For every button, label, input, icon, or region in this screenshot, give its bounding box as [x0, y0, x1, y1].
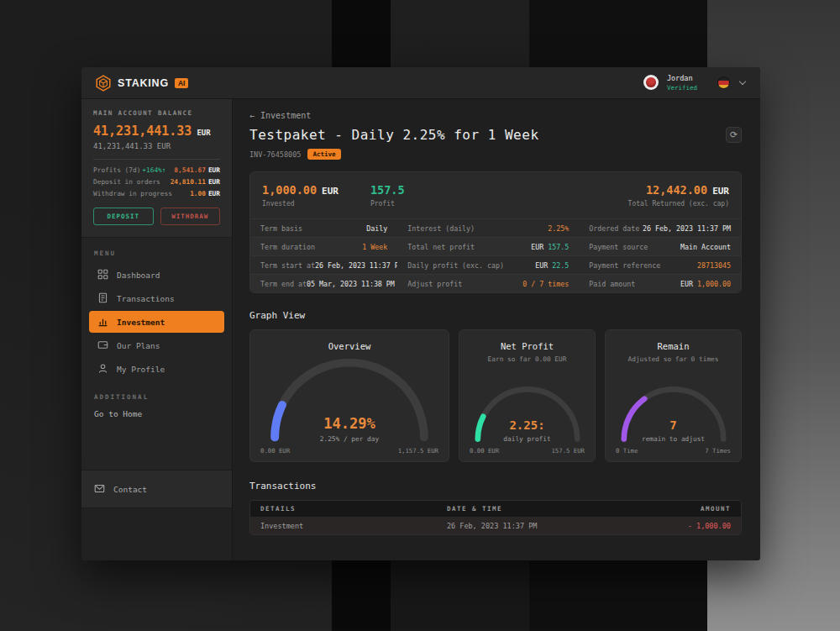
details-table: Term basisDailyInterest (daily)2.25%Orde…	[250, 218, 741, 292]
desktop-background: STAKING AI Jordan Verified MAIN ACCOUNT …	[0, 0, 840, 631]
column-date-time: DATE & TIME	[437, 505, 643, 513]
transaction-row[interactable]: Investment 26 Feb, 2023 11:37 PM - 1,000…	[250, 517, 741, 534]
detail-cell: Total net profitEUR 157.5	[397, 238, 579, 255]
sidebar-item-our-plans[interactable]: Our Plans	[89, 334, 224, 356]
brand-ai-badge: AI	[175, 78, 189, 88]
profit-label: Profit	[370, 200, 405, 208]
gauge-center: 2.25: daily profit	[470, 418, 585, 443]
gauge-title: Overview	[328, 341, 371, 351]
detail-value-plain: Main Account	[680, 243, 731, 251]
main-content: ← Investment Testpaket - Daily 2.25% for…	[233, 99, 760, 560]
detail-row: Term duration1 WeekTotal net profitEUR 1…	[250, 237, 741, 255]
language-flag-germany-icon[interactable]	[717, 76, 730, 89]
detail-row: Term basisDailyInterest (daily)2.25%Orde…	[250, 218, 741, 237]
detail-value-accent: 157.5	[548, 243, 569, 251]
back-arrow-icon: ←	[249, 111, 255, 120]
stat-profits-7d: Profits (7d) +164%↑ 8,541.67 EUR	[93, 166, 220, 174]
sidebar-item-transactions[interactable]: Transactions	[89, 287, 224, 309]
gauge: 7 remain to adjust	[616, 386, 731, 443]
sidebar-item-investment[interactable]: Investment	[89, 311, 224, 333]
header-right: Jordan Verified	[643, 74, 747, 91]
column-amount: AMOUNT	[643, 505, 741, 513]
detail-value: EUR 157.5	[531, 243, 569, 251]
avatar-image	[646, 77, 656, 87]
invested-block: 1,000.00 EUR Invested	[262, 183, 339, 208]
deposit-button[interactable]: DEPOSIT	[93, 208, 154, 225]
gauge-card-net-profit: Net Profit Earn so far 0.00 EUR 2.25: da…	[459, 329, 596, 462]
detail-value-plain: EUR	[680, 280, 697, 288]
withdraw-button[interactable]: WITHDRAW	[160, 208, 221, 225]
detail-value-accent: 1 Week	[362, 243, 387, 251]
sidebar: MAIN ACCOUNT BALANCE 41,231,441.33 EUR 4…	[81, 99, 233, 560]
gauge: 2.25: daily profit	[470, 386, 585, 443]
detail-row: Term start at26 Feb, 2023 11:37 PMDaily …	[250, 255, 741, 274]
sidebar-item-my-profile[interactable]: My Profile	[89, 358, 224, 380]
title-row: Testpaket - Daily 2.25% for 1 Week ⟳	[249, 127, 742, 143]
balance-currency: EUR	[197, 129, 210, 137]
breadcrumb[interactable]: ← Investment	[249, 111, 311, 120]
transaction-details: Investment	[250, 522, 437, 530]
gauge-range: 0.00 EUR 157.5 EUR	[470, 447, 585, 455]
detail-value: 05 Mar, 2023 11:38 PM	[307, 280, 395, 288]
detail-cell: Payment sourceMain Account	[579, 238, 741, 255]
sidebar-item-dashboard[interactable]: Dashboard	[89, 264, 224, 286]
contact-link[interactable]: Contact	[81, 470, 232, 508]
avatar[interactable]	[643, 75, 659, 90]
invested-value: 1,000.00	[262, 183, 317, 197]
detail-value: 26 Feb, 2023 11:37 PM	[643, 224, 731, 233]
investment-summary-card: 1,000.00 EUR Invested 157.5 Profit 12,44…	[249, 171, 742, 293]
detail-label: Term start at	[260, 261, 315, 270]
returned-value: 12,442.00	[646, 183, 707, 197]
detail-cell: Daily profit (exc. cap)EUR 22.5	[397, 256, 579, 274]
profit-block: 157.5 Profit	[370, 183, 405, 208]
detail-label: Term end at	[260, 280, 307, 288]
profit-delta: +164%↑	[142, 166, 165, 174]
brand-logo[interactable]: STAKING AI	[95, 75, 188, 92]
gauge-max: 157.5 EUR	[551, 447, 585, 455]
detail-value: 26 Feb, 2023 11:37 PM	[315, 261, 397, 270]
refresh-button[interactable]: ⟳	[726, 127, 742, 143]
gauge-title: Remain	[658, 341, 690, 351]
user-info[interactable]: Jordan Verified	[667, 74, 697, 91]
gauge-min: 0 Time	[616, 447, 638, 455]
detail-label: Term basis	[260, 224, 302, 233]
detail-value-accent: 22.5	[552, 261, 569, 270]
contact-label: Contact	[113, 485, 147, 494]
balance-value-row: 41,231,441.33 EUR	[93, 124, 220, 139]
balance-panel: MAIN ACCOUNT BALANCE 41,231,441.33 EUR 4…	[81, 99, 232, 238]
sidebar-filler	[81, 508, 232, 560]
transactions-table: DETAILS DATE & TIME AMOUNT Investment 26…	[249, 500, 742, 535]
bar-chart-icon	[97, 316, 108, 329]
detail-label: Total net profit	[407, 243, 475, 251]
invested-currency: EUR	[322, 186, 339, 197]
gauge-value-sub: daily profit	[470, 435, 585, 443]
receipt-icon	[97, 292, 108, 305]
gauge-card-remain: Remain Adjusted so far 0 times 7 remain …	[605, 329, 742, 462]
envelope-icon	[94, 483, 105, 496]
column-details: DETAILS	[250, 505, 437, 513]
detail-cell: Ordered date26 Feb, 2023 11:37 PM	[579, 219, 741, 237]
stat-currency: EUR	[208, 178, 220, 186]
total-returned-block: 12,442.00 EUR Total Returned (exc. cap)	[628, 183, 729, 208]
refresh-icon: ⟳	[730, 129, 738, 140]
stat-value: 1.00	[190, 190, 206, 197]
detail-cell: Interest (daily)2.25%	[397, 219, 579, 237]
detail-cell: Paid amountEUR 1,000.00	[579, 275, 741, 292]
balance-amount: 41,231,441.33	[93, 124, 192, 139]
chevron-down-icon[interactable]	[739, 78, 746, 85]
gauge-title: Net Profit	[501, 341, 554, 351]
detail-row: Term end at05 Mar, 2023 11:38 PMAdjust p…	[250, 274, 741, 292]
additional-section: ADDITIONAL Go to Home	[81, 393, 232, 418]
stat-value: 24,810.11	[171, 178, 206, 186]
stat-currency: EUR	[208, 166, 220, 174]
wallet-icon	[97, 339, 108, 352]
invested-label: Invested	[262, 200, 339, 208]
hexagon-logo-icon	[95, 75, 112, 92]
go-to-home-link[interactable]: Go to Home	[81, 409, 232, 418]
gauge-range: 0 Time 7 Times	[616, 447, 731, 455]
sidebar-item-label: Dashboard	[117, 271, 160, 280]
divider	[93, 159, 220, 160]
detail-value: EUR 22.5	[535, 261, 569, 270]
detail-value: EUR 1,000.00	[680, 280, 731, 288]
summary-top: 1,000.00 EUR Invested 157.5 Profit 12,44…	[250, 172, 741, 215]
